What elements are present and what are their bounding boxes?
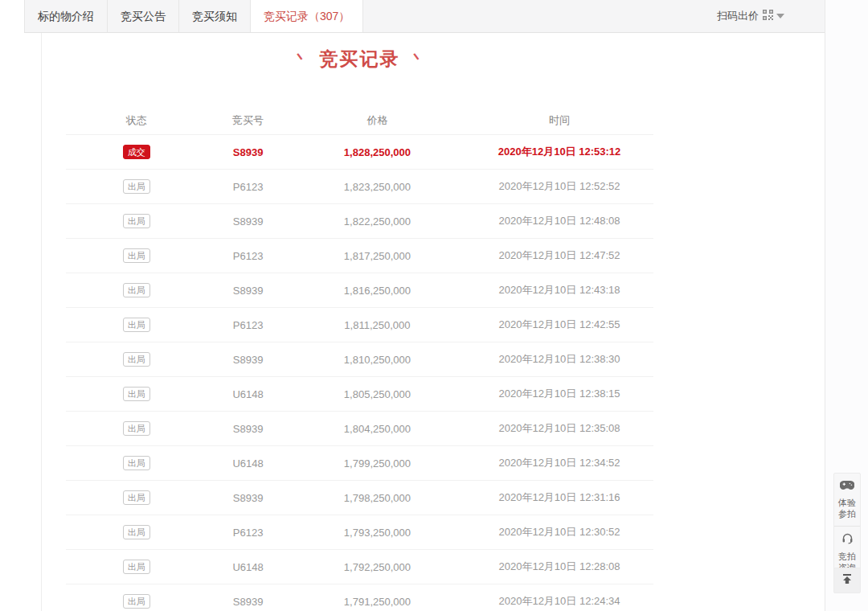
status-badge: 出局 (123, 421, 150, 436)
records-wrap: 丶竞买记录丶 状态 竞买号 价格 时间 成交 S8939 1,828,250,0… (66, 47, 653, 611)
status-badge: 出局 (123, 283, 150, 297)
detail-tabbar: 标的物介绍 竞买公告 竞买须知 竞买记录（307） 扫码出价 (24, 0, 825, 33)
experience-auction-button[interactable]: 体验 参拍 (834, 474, 860, 526)
time-cell: 2020年12月10日 12:48:08 (465, 214, 653, 228)
status-badge: 出局 (123, 456, 150, 470)
headset-icon (841, 532, 854, 547)
bidder-number-cell: S8939 (207, 285, 289, 297)
tab-notice[interactable]: 竞买须知 (178, 0, 250, 32)
table-row: 出局 S8939 1,822,250,000 2020年12月10日 12:48… (66, 204, 653, 239)
page-title-text: 竞买记录 (320, 48, 400, 69)
records-table-body: 成交 S8939 1,828,250,000 2020年12月10日 12:53… (66, 135, 653, 611)
title-decor-right: 丶 (410, 50, 427, 67)
tab-item-intro[interactable]: 标的物介绍 (24, 0, 107, 32)
bidder-number-cell: S8939 (207, 146, 289, 158)
bidder-number-cell: S8939 (207, 215, 289, 228)
price-cell: 1,828,250,000 (289, 146, 465, 158)
time-cell: 2020年12月10日 12:30:52 (465, 525, 653, 539)
price-cell: 1,793,250,000 (289, 527, 465, 539)
time-cell: 2020年12月10日 12:53:12 (465, 145, 653, 159)
price-cell: 1,810,250,000 (289, 354, 465, 366)
bidder-number-cell: U6148 (207, 561, 289, 573)
header-bidder-number: 竞买号 (207, 113, 289, 128)
status-badge: 出局 (123, 248, 150, 263)
time-cell: 2020年12月10日 12:31:16 (465, 490, 653, 505)
price-cell: 1,804,250,000 (289, 423, 465, 435)
table-row: 出局 U6148 1,792,250,000 2020年12月10日 12:28… (66, 550, 653, 584)
time-cell: 2020年12月10日 12:52:52 (465, 179, 653, 194)
bid-records-panel: 丶竞买记录丶 状态 竞买号 价格 时间 成交 S8939 1,828,250,0… (41, 33, 825, 611)
status-badge: 出局 (123, 525, 150, 539)
status-badge: 出局 (123, 179, 150, 194)
bidder-number-cell: P6123 (207, 181, 289, 193)
scan-code-bid-button[interactable]: 扫码出价 (717, 0, 784, 32)
bidder-number-cell: P6123 (207, 527, 289, 539)
table-row: 出局 U6148 1,805,250,000 2020年12月10日 12:38… (66, 377, 653, 412)
header-status: 状态 (66, 113, 207, 128)
bidder-number-cell: S8939 (207, 354, 289, 366)
bidder-number-cell: P6123 (207, 319, 289, 331)
price-cell: 1,811,250,000 (289, 319, 465, 331)
header-time: 时间 (465, 113, 653, 128)
status-badge: 出局 (123, 214, 150, 228)
status-badge: 出局 (123, 387, 150, 401)
floating-action-group: 体验 参拍 竞拍 咨询 (833, 473, 861, 580)
experience-auction-label: 体验 参拍 (838, 497, 856, 519)
bidder-number-cell: S8939 (207, 423, 289, 435)
table-row: 出局 S8939 1,804,250,000 2020年12月10日 12:35… (66, 412, 653, 446)
price-cell: 1,822,250,000 (289, 215, 465, 228)
time-cell: 2020年12月10日 12:43:18 (465, 283, 653, 297)
header-price: 价格 (289, 113, 465, 128)
status-badge: 出局 (123, 560, 150, 574)
tab-bid-records[interactable]: 竞买记录（307） (250, 0, 363, 32)
gamepad-icon (840, 479, 854, 494)
table-row: 出局 P6123 1,817,250,000 2020年12月10日 12:47… (66, 239, 653, 273)
table-row: 出局 P6123 1,823,250,000 2020年12月10日 12:52… (66, 170, 653, 204)
time-cell: 2020年12月10日 12:24:34 (465, 594, 653, 609)
table-row: 成交 S8939 1,828,250,000 2020年12月10日 12:53… (66, 135, 653, 170)
table-row: 出局 S8939 1,798,250,000 2020年12月10日 12:31… (66, 481, 653, 515)
table-row: 出局 S8939 1,791,250,000 2020年12月10日 12:24… (66, 584, 653, 611)
status-badge: 出局 (123, 352, 150, 367)
table-row: 出局 U6148 1,799,250,000 2020年12月10日 12:34… (66, 446, 653, 481)
time-cell: 2020年12月10日 12:34:52 (465, 456, 653, 470)
time-cell: 2020年12月10日 12:35:08 (465, 421, 653, 436)
price-cell: 1,791,250,000 (289, 596, 465, 608)
bidder-number-cell: U6148 (207, 457, 289, 470)
bidder-number-cell: U6148 (207, 388, 289, 400)
time-cell: 2020年12月10日 12:28:08 (465, 560, 653, 574)
price-cell: 1,816,250,000 (289, 285, 465, 297)
status-badge: 出局 (123, 318, 150, 332)
time-cell: 2020年12月10日 12:47:52 (465, 248, 653, 263)
scan-code-bid-label: 扫码出价 (717, 9, 759, 23)
status-badge: 出局 (123, 490, 150, 505)
time-cell: 2020年12月10日 12:38:30 (465, 352, 653, 367)
back-to-top-button[interactable] (833, 568, 861, 593)
price-cell: 1,823,250,000 (289, 181, 465, 193)
bidder-number-cell: P6123 (207, 250, 289, 262)
time-cell: 2020年12月10日 12:42:55 (465, 318, 653, 332)
price-cell: 1,799,250,000 (289, 457, 465, 470)
qr-code-icon (763, 10, 773, 23)
table-row: 出局 P6123 1,811,250,000 2020年12月10日 12:42… (66, 308, 653, 342)
status-badge: 成交 (123, 145, 150, 159)
title-decor-left: 丶 (293, 50, 310, 67)
page-title: 丶竞买记录丶 (66, 47, 653, 72)
auction-record-page: 标的物介绍 竞买公告 竞买须知 竞买记录（307） 扫码出价 (0, 0, 868, 611)
price-cell: 1,817,250,000 (289, 250, 465, 262)
table-row: 出局 S8939 1,810,250,000 2020年12月10日 12:38… (66, 342, 653, 377)
status-badge: 出局 (123, 594, 150, 609)
back-to-top-icon (841, 572, 854, 588)
table-row: 出局 P6123 1,793,250,000 2020年12月10日 12:30… (66, 515, 653, 550)
time-cell: 2020年12月10日 12:38:15 (465, 387, 653, 401)
bidder-number-cell: S8939 (207, 492, 289, 504)
price-cell: 1,798,250,000 (289, 492, 465, 504)
chevron-down-icon (776, 14, 784, 18)
tab-announcement[interactable]: 竞买公告 (107, 0, 178, 32)
table-row: 出局 S8939 1,816,250,000 2020年12月10日 12:43… (66, 273, 653, 308)
bidder-number-cell: S8939 (207, 596, 289, 608)
table-header-row: 状态 竞买号 价格 时间 (66, 106, 653, 135)
bid-records-table: 状态 竞买号 价格 时间 成交 S8939 1,828,250,000 2020… (66, 106, 653, 611)
price-cell: 1,792,250,000 (289, 561, 465, 573)
price-cell: 1,805,250,000 (289, 388, 465, 400)
